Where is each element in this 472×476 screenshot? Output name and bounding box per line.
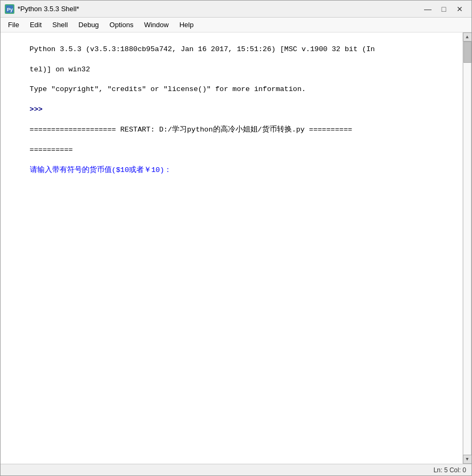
maximize-button[interactable]: □	[436, 3, 451, 15]
close-button[interactable]: ✕	[452, 3, 467, 15]
scrollbar-thumb[interactable]	[463, 42, 471, 63]
scrollbar[interactable]: ▲ ▼	[462, 32, 471, 464]
status-bar: Ln: 5 Col: 0	[1, 464, 471, 475]
python-version-line1: Python 3.5.3 (v3.5.3:1880cb95a742, Jan 1…	[30, 45, 375, 53]
python-info-line3: Type "copyright", "credits" or "license(…	[30, 85, 306, 93]
menu-edit[interactable]: Edit	[25, 19, 47, 31]
input-prompt: 请输入带有符号的货币值($10或者￥10)：	[30, 166, 172, 174]
scrollbar-track[interactable]	[463, 42, 471, 455]
window-title: *Python 3.5.3 Shell*	[18, 5, 420, 13]
menu-bar: File Edit Shell Debug Options Window Hel…	[1, 18, 471, 32]
content-area: Python 3.5.3 (v3.5.3:1880cb95a742, Jan 1…	[1, 32, 471, 464]
window: Py *Python 3.5.3 Shell* — □ ✕ File Edit …	[0, 0, 472, 476]
restart-line2: ==========	[30, 146, 73, 154]
menu-options[interactable]: Options	[104, 19, 139, 31]
menu-window[interactable]: Window	[139, 19, 174, 31]
scroll-down-button[interactable]: ▼	[463, 455, 472, 464]
menu-shell[interactable]: Shell	[47, 19, 73, 31]
app-icon: Py	[5, 4, 14, 14]
title-bar: Py *Python 3.5.3 Shell* — □ ✕	[1, 1, 471, 18]
window-controls: — □ ✕	[420, 3, 467, 15]
svg-text:Py: Py	[7, 7, 13, 12]
python-version-line2: tel)] on win32	[30, 65, 90, 73]
restart-line1: ==================== RESTART: D:/学习pytho…	[30, 126, 352, 134]
scroll-up-button[interactable]: ▲	[463, 32, 472, 42]
cursor-position: Ln: 5 Col: 0	[434, 466, 466, 474]
menu-help[interactable]: Help	[174, 19, 199, 31]
minimize-button[interactable]: —	[420, 3, 435, 15]
python-prompt: >>>	[30, 105, 47, 113]
terminal-output[interactable]: Python 3.5.3 (v3.5.3:1880cb95a742, Jan 1…	[1, 32, 462, 464]
menu-file[interactable]: File	[3, 19, 25, 31]
menu-debug[interactable]: Debug	[73, 19, 104, 31]
